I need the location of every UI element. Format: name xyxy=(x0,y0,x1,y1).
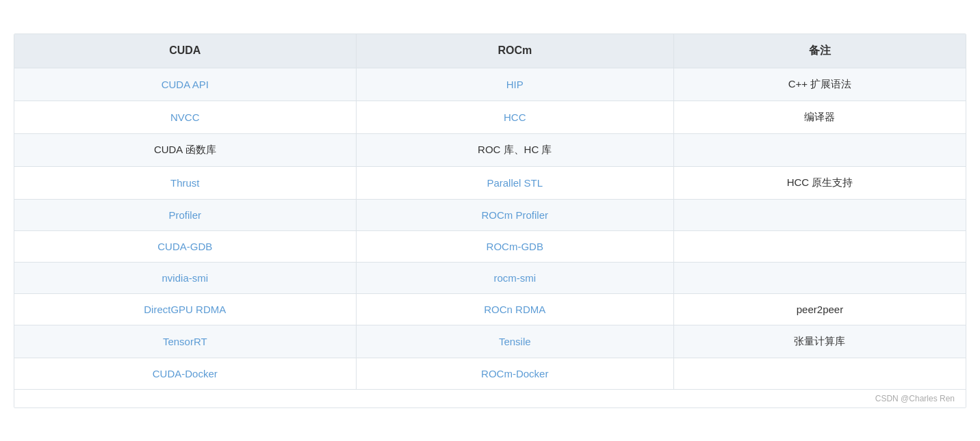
table-row: NVCCHCC编译器 xyxy=(14,101,966,133)
note-cell: peer2peer xyxy=(673,293,966,325)
cuda-cell: Profiler xyxy=(14,199,356,230)
note-cell xyxy=(673,358,966,389)
note-cell: 张量计算库 xyxy=(673,325,966,358)
header-note: 备注 xyxy=(673,34,966,68)
table-row: CUDA 函数库ROC 库、HC 库 xyxy=(14,133,966,166)
rocm-cell: HIP xyxy=(356,68,673,101)
rocm-cell: ROCn RDMA xyxy=(356,293,673,325)
cuda-cell: CUDA-GDB xyxy=(14,230,356,262)
table-row: nvidia-smirocm-smi xyxy=(14,262,966,293)
header-cuda: CUDA xyxy=(14,34,356,68)
cuda-cell: nvidia-smi xyxy=(14,262,356,293)
cuda-cell: Thrust xyxy=(14,166,356,199)
comparison-table-container: CUDA ROCm 备注 CUDA APIHIPC++ 扩展语法NVCCHCC编… xyxy=(14,34,966,408)
cuda-cell: CUDA 函数库 xyxy=(14,133,356,166)
table-row: TensorRTTensile张量计算库 xyxy=(14,325,966,358)
note-cell xyxy=(673,230,966,262)
rocm-cell: ROCm-GDB xyxy=(356,230,673,262)
note-cell: C++ 扩展语法 xyxy=(673,68,966,101)
table-row: ProfilerROCm Profiler xyxy=(14,199,966,230)
table-row: CUDA-GDBROCm-GDB xyxy=(14,230,966,262)
note-cell: 编译器 xyxy=(673,101,966,133)
rocm-cell: Parallel STL xyxy=(356,166,673,199)
table-header-row: CUDA ROCm 备注 xyxy=(14,34,966,68)
note-cell xyxy=(673,199,966,230)
table-row: DirectGPU RDMAROCn RDMApeer2peer xyxy=(14,293,966,325)
rocm-cell: Tensile xyxy=(356,325,673,358)
table-row: ThrustParallel STLHCC 原生支持 xyxy=(14,166,966,199)
rocm-cell: HCC xyxy=(356,101,673,133)
note-cell xyxy=(673,133,966,166)
rocm-cell: rocm-smi xyxy=(356,262,673,293)
rocm-cell: ROC 库、HC 库 xyxy=(356,133,673,166)
rocm-cell: ROCm Profiler xyxy=(356,199,673,230)
rocm-cell: ROCm-Docker xyxy=(356,358,673,389)
cuda-cell: DirectGPU RDMA xyxy=(14,293,356,325)
table-row: CUDA APIHIPC++ 扩展语法 xyxy=(14,68,966,101)
note-cell xyxy=(673,262,966,293)
cuda-cell: CUDA API xyxy=(14,68,356,101)
watermark: CSDN @Charles Ren xyxy=(14,389,966,407)
table-row: CUDA-DockerROCm-Docker xyxy=(14,358,966,389)
cuda-cell: TensorRT xyxy=(14,325,356,358)
note-cell: HCC 原生支持 xyxy=(673,166,966,199)
cuda-cell: NVCC xyxy=(14,101,356,133)
comparison-table: CUDA ROCm 备注 CUDA APIHIPC++ 扩展语法NVCCHCC编… xyxy=(14,34,966,389)
cuda-cell: CUDA-Docker xyxy=(14,358,356,389)
header-rocm: ROCm xyxy=(356,34,673,68)
